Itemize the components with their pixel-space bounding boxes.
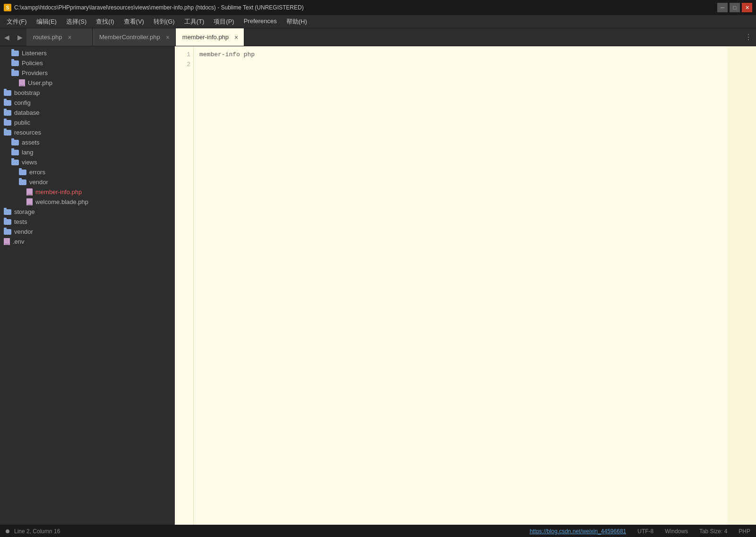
menu-item-edit[interactable]: 编辑(E) xyxy=(32,16,61,28)
folder-icon xyxy=(4,219,11,225)
folder-icon xyxy=(4,100,11,106)
tab-close-membercontroller[interactable]: × xyxy=(166,34,170,41)
link-status[interactable]: https://blog.csdn.net/weixin_44596681 xyxy=(530,528,626,535)
folder-icon xyxy=(11,70,19,76)
sidebar-item-bootstrap[interactable]: bootstrap xyxy=(0,88,175,98)
status-indicator xyxy=(6,529,9,533)
code-area[interactable]: member-info php xyxy=(194,46,728,525)
menu-item-view[interactable]: 查看(V) xyxy=(119,16,149,28)
editor[interactable]: 12 member-info php xyxy=(175,46,756,525)
sidebar-item-vendor-views[interactable]: vendor xyxy=(0,177,175,187)
sidebar-label-lang: lang xyxy=(22,149,34,156)
tab-close-routes[interactable]: × xyxy=(68,34,71,41)
minimize-button[interactable]: ─ xyxy=(717,3,728,12)
sidebar-item-user-php[interactable]: User.php xyxy=(0,78,175,88)
sidebar-item-config[interactable]: config xyxy=(0,98,175,108)
tab-prev-button[interactable]: ◀ xyxy=(0,28,13,46)
menu-item-find[interactable]: 查找(I) xyxy=(91,16,119,28)
tab-routes[interactable]: routes.php× xyxy=(26,28,93,46)
tab-close-memberinfo[interactable]: × xyxy=(234,34,238,41)
sidebar-label-env: .env xyxy=(13,238,25,245)
sidebar-label-resources: resources xyxy=(14,129,41,136)
menu-item-goto[interactable]: 转到(G) xyxy=(149,16,180,28)
tab-membercontroller[interactable]: MemberController.php× xyxy=(93,28,176,46)
sidebar-item-views[interactable]: views xyxy=(0,157,175,167)
editor-content[interactable]: 12 member-info php xyxy=(175,46,756,525)
sidebar-label-user-php: User.php xyxy=(28,79,52,86)
restore-button[interactable]: □ xyxy=(730,3,740,12)
file-icon xyxy=(26,188,33,196)
sidebar-item-member-info-php[interactable]: member-info.php xyxy=(0,187,175,197)
sidebar-item-errors[interactable]: errors xyxy=(0,167,175,177)
code-line-2: member-info php xyxy=(199,50,724,60)
statusbar: Line 2, Column 16 https://blog.csdn.net/… xyxy=(0,525,756,537)
status-right: https://blog.csdn.net/weixin_44596681 UT… xyxy=(530,528,750,535)
sidebar-label-listeners: Listeners xyxy=(22,50,47,57)
sidebar-label-assets: assets xyxy=(22,139,40,146)
minimap xyxy=(728,46,756,525)
sidebar-label-views: views xyxy=(22,159,37,166)
folder-icon xyxy=(19,170,26,175)
sidebar-item-resources[interactable]: resources xyxy=(0,128,175,137)
sidebar-label-vendor-views: vendor xyxy=(29,179,48,186)
menu-item-tools[interactable]: 工具(T) xyxy=(180,16,209,28)
sidebar-item-env[interactable]: .env xyxy=(0,237,175,247)
folder-icon xyxy=(4,110,11,116)
app-icon: S xyxy=(4,4,11,11)
sidebar-label-public: public xyxy=(14,119,30,126)
folder-icon xyxy=(4,130,11,136)
folder-icon xyxy=(4,90,11,96)
menubar: 文件(F)编辑(E)选择(S)查找(I)查看(V)转到(G)工具(T)项目(P)… xyxy=(0,15,756,28)
menu-item-select[interactable]: 选择(S) xyxy=(61,16,91,28)
sidebar-label-providers: Providers xyxy=(22,69,48,77)
sidebar-label-tests: tests xyxy=(14,218,27,225)
file-icon xyxy=(26,198,33,205)
sidebar-item-public[interactable]: public xyxy=(0,118,175,128)
tab-next-button[interactable]: ▶ xyxy=(13,28,26,46)
file-icon xyxy=(4,238,10,245)
tabbar: ◀ ▶ routes.php×MemberController.php×memb… xyxy=(0,28,756,46)
file-icon xyxy=(19,79,25,86)
cursor-position: Line 2, Column 16 xyxy=(14,528,60,535)
line-number-2: 2 xyxy=(175,60,190,70)
sidebar-item-assets[interactable]: assets xyxy=(0,137,175,147)
sidebar-item-lang[interactable]: lang xyxy=(0,147,175,157)
tab-size-status: Tab Size: 4 xyxy=(699,528,727,535)
titlebar: S C:\xampp\htdocs\PHPprimary\laravel\res… xyxy=(0,0,756,15)
close-button[interactable]: ✕ xyxy=(742,3,752,12)
main-area: ListenersPoliciesProvidersUser.phpbootst… xyxy=(0,46,756,525)
folder-icon xyxy=(11,160,19,165)
menu-item-project[interactable]: 项目(P) xyxy=(209,16,239,28)
syntax-status: PHP xyxy=(739,528,750,535)
folder-icon xyxy=(19,179,26,185)
line-numbers: 12 xyxy=(175,46,194,525)
menu-item-file[interactable]: 文件(F) xyxy=(2,16,32,28)
tab-menu-button[interactable]: ⋮ xyxy=(741,28,756,46)
folder-icon xyxy=(4,229,11,235)
tab-memberinfo[interactable]: member-info.php× xyxy=(176,28,244,46)
menu-item-help[interactable]: 帮助(H) xyxy=(282,16,312,28)
sidebar-label-errors: errors xyxy=(29,169,45,176)
sidebar-item-policies[interactable]: Policies xyxy=(0,58,175,68)
sidebar-item-tests[interactable]: tests xyxy=(0,217,175,227)
sidebar-item-providers[interactable]: Providers xyxy=(0,68,175,78)
menu-item-preferences[interactable]: Preferences xyxy=(239,16,282,28)
folder-icon xyxy=(11,150,19,155)
tab-label-membercontroller: MemberController.php xyxy=(99,34,160,41)
window-controls: ─ □ ✕ xyxy=(717,3,752,12)
sidebar-item-listeners[interactable]: Listeners xyxy=(0,48,175,58)
folder-icon xyxy=(11,60,19,66)
sidebar-item-welcome-blade-php[interactable]: welcome.blade.php xyxy=(0,197,175,207)
sidebar-label-member-info-php: member-info.php xyxy=(35,188,82,196)
sidebar-item-storage[interactable]: storage xyxy=(0,207,175,217)
status-left: Line 2, Column 16 xyxy=(6,528,60,535)
sidebar-item-vendor[interactable]: vendor xyxy=(0,227,175,237)
sidebar-label-policies: Policies xyxy=(22,60,43,67)
sidebar-label-bootstrap: bootstrap xyxy=(14,89,40,96)
encoding-status: UTF-8 xyxy=(637,528,653,535)
tab-label-memberinfo: member-info.php xyxy=(182,34,229,41)
sidebar-label-welcome-blade-php: welcome.blade.php xyxy=(35,198,88,205)
tab-label-routes: routes.php xyxy=(33,34,62,41)
window-title: C:\xampp\htdocs\PHPprimary\laravel\resou… xyxy=(14,4,717,11)
sidebar-item-database[interactable]: database xyxy=(0,108,175,118)
